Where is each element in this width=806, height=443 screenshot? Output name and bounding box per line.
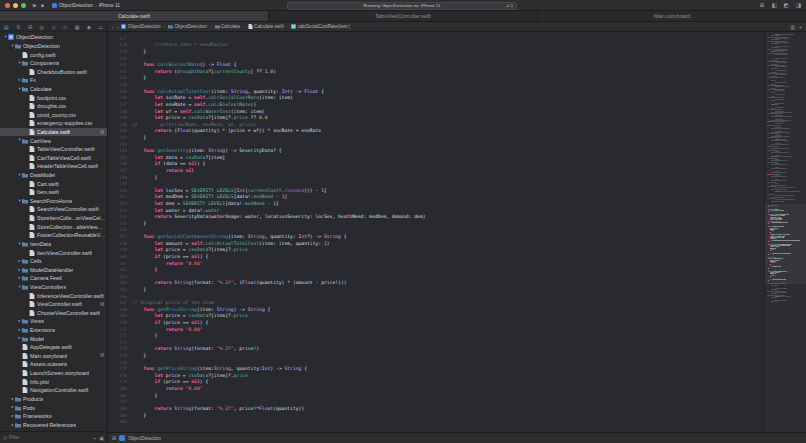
line-number-gutter[interactable]: 174 bbox=[108, 346, 132, 351]
code-line[interactable]: 167// Original price of the item bbox=[108, 299, 764, 306]
file-tree-row[interactable]: InferenceViewController.swift bbox=[0, 291, 107, 300]
file-tree-row[interactable]: ▸Views bbox=[0, 317, 107, 326]
debug-navigator-icon[interactable]: ▦ bbox=[75, 24, 80, 30]
code-text[interactable]: } bbox=[132, 221, 764, 226]
editor-tab[interactable]: TableViewController.swift bbox=[269, 11, 538, 21]
line-number-gutter[interactable]: 158 bbox=[108, 241, 132, 246]
file-tree-row[interactable]: ▾ObjectDetection bbox=[0, 33, 107, 42]
code-text[interactable]: } bbox=[132, 333, 764, 338]
line-number-gutter[interactable]: 140 bbox=[108, 122, 132, 127]
code-line[interactable]: 169 let price = csvData?[item]?.price bbox=[108, 313, 764, 320]
line-number-gutter[interactable]: 145 bbox=[108, 155, 132, 160]
code-text[interactable]: // Original price of the item bbox=[132, 300, 764, 305]
code-text[interactable]: if (data == nil) { bbox=[132, 161, 764, 166]
project-navigator-icon[interactable]: ▤ bbox=[4, 24, 9, 30]
line-number-gutter[interactable]: 151 bbox=[108, 194, 132, 199]
code-line[interactable]: 161 return "0.00" bbox=[108, 260, 764, 267]
line-number-gutter[interactable]: 179 bbox=[108, 379, 132, 384]
line-number-gutter[interactable]: 166 bbox=[108, 294, 132, 299]
file-tree-row[interactable]: ▸Fx bbox=[0, 76, 107, 85]
file-tree-row[interactable]: ChooseViewController.swift bbox=[0, 309, 107, 318]
code-line[interactable]: 184 } bbox=[108, 412, 764, 419]
code-line[interactable]: 180 return "0.00" bbox=[108, 385, 764, 392]
issue-navigator-icon[interactable]: ⚠ bbox=[51, 24, 55, 30]
code-text[interactable]: let dem = SEVERITY_LEVELS[data!.medNeed … bbox=[132, 201, 764, 206]
line-number-gutter[interactable]: 157 bbox=[108, 234, 132, 239]
file-tree-row[interactable]: ▸Frameworks bbox=[0, 412, 107, 421]
code-line[interactable]: 181 } bbox=[108, 392, 764, 399]
minimap[interactable] bbox=[764, 32, 806, 432]
line-number-gutter[interactable]: 148 bbox=[108, 175, 132, 180]
line-number-gutter[interactable]: 142 bbox=[108, 135, 132, 140]
code-line[interactable]: 157 func getSocialCostAmountString(item:… bbox=[108, 233, 764, 240]
file-tree-row[interactable]: Calculate.swiftM bbox=[0, 128, 107, 137]
code-line[interactable]: 168 func getPriceString(item: String) ->… bbox=[108, 306, 764, 313]
file-tree-row[interactable]: CheckboxButton.swift bbox=[0, 67, 107, 76]
code-text[interactable]: } bbox=[132, 287, 764, 292]
line-number-gutter[interactable]: 144 bbox=[108, 148, 132, 153]
line-number-gutter[interactable]: 177 bbox=[108, 366, 132, 371]
line-number-gutter[interactable]: 149 bbox=[108, 181, 132, 186]
line-number-gutter[interactable]: 170 bbox=[108, 320, 132, 325]
code-text[interactable]: func calcActualTotalCost(item: String, q… bbox=[132, 89, 764, 94]
code-line[interactable]: 142 } bbox=[108, 134, 764, 141]
code-line[interactable]: 153 let water = data!.water bbox=[108, 207, 764, 214]
file-tree-row[interactable]: covid_county.csv bbox=[0, 110, 107, 119]
symbol-navigator-icon[interactable]: ⊞ bbox=[28, 24, 32, 30]
line-number-gutter[interactable]: 154 bbox=[108, 214, 132, 219]
code-text[interactable]: // print(socRate, envRate, wf, price) bbox=[132, 122, 764, 127]
code-line[interactable]: 155 } bbox=[108, 220, 764, 227]
code-text[interactable]: } bbox=[132, 267, 764, 272]
file-tree-row[interactable]: config.swift bbox=[0, 50, 107, 59]
file-tree-row[interactable]: ▾SearchFromHome bbox=[0, 197, 107, 206]
line-number-gutter[interactable]: 141 bbox=[108, 128, 132, 133]
file-tree-row[interactable]: CartTableViewCell.swift bbox=[0, 154, 107, 163]
code-line[interactable]: 159 let price = csvData?[item]?.price bbox=[108, 247, 764, 254]
breadcrumb-item[interactable]: Calculate.swift bbox=[248, 24, 284, 29]
file-tree-row[interactable]: ▸Cells bbox=[0, 257, 107, 266]
code-text[interactable]: } bbox=[132, 175, 764, 180]
breakpoint-navigator-icon[interactable]: ◆ bbox=[87, 24, 91, 30]
code-text[interactable]: return "0.00" bbox=[132, 327, 764, 332]
filter-scope-icon[interactable]: ▣ bbox=[99, 435, 104, 441]
code-line[interactable]: 166 bbox=[108, 293, 764, 300]
editor-options-icon[interactable]: ▥ bbox=[790, 24, 795, 30]
code-text[interactable]: let medDem = SEVERITY_LEVELS[data!.medNe… bbox=[132, 194, 764, 199]
code-line[interactable]: 179 if (price == nil) { bbox=[108, 379, 764, 386]
back-button[interactable]: ‹ bbox=[112, 24, 114, 30]
line-number-gutter[interactable]: 152 bbox=[108, 201, 132, 206]
code-line[interactable]: 171 return "0.00" bbox=[108, 326, 764, 333]
code-line[interactable]: 174 return String(format: "%.2f", price!… bbox=[108, 346, 764, 353]
minimize-window-button[interactable] bbox=[13, 3, 18, 8]
code-line[interactable]: 176 bbox=[108, 359, 764, 366]
code-text[interactable]: let locSev = SEVERITY_LEVELS[Int(current… bbox=[132, 188, 764, 193]
file-tree-row[interactable]: foodprint.csv bbox=[0, 93, 107, 102]
line-number-gutter[interactable]: 129 bbox=[108, 49, 132, 54]
file-tree-row[interactable]: ▸Extensions bbox=[0, 326, 107, 335]
line-number-gutter[interactable]: 171 bbox=[108, 327, 132, 332]
line-number-gutter[interactable]: 162 bbox=[108, 267, 132, 272]
code-text[interactable]: return String(format: "%.2f", (Float(qua… bbox=[132, 280, 764, 285]
code-line[interactable]: 137 let envRate = self.calcEnvCostRate() bbox=[108, 101, 764, 108]
code-text[interactable]: if (price == nil) { bbox=[132, 320, 764, 325]
code-text[interactable]: let socRate = self.calcSocialCostRate(it… bbox=[132, 95, 764, 100]
file-tree-row[interactable]: LaunchScreen.storyboard bbox=[0, 369, 107, 378]
code-text[interactable]: return String(format: "%.2f", price!) bbox=[132, 346, 764, 351]
code-text[interactable]: //return rate * needFactor bbox=[132, 42, 764, 47]
code-text[interactable]: } bbox=[132, 393, 764, 398]
code-line[interactable]: 151 let medDem = SEVERITY_LEVELS[data!.m… bbox=[108, 194, 764, 201]
code-line[interactable]: 164 return String(format: "%.2f", (Float… bbox=[108, 280, 764, 287]
file-tree-row[interactable]: Main.storyboardM bbox=[0, 352, 107, 361]
line-number-gutter[interactable]: 147 bbox=[108, 168, 132, 173]
line-number-gutter[interactable]: 181 bbox=[108, 393, 132, 398]
code-line[interactable]: 145 let data = csvData?[item] bbox=[108, 154, 764, 161]
code-line[interactable]: 178 let price = csvData?[item]?.price bbox=[108, 372, 764, 379]
code-line[interactable]: 158 let amount = self.calcActualTotalCos… bbox=[108, 240, 764, 247]
line-number-gutter[interactable]: 184 bbox=[108, 413, 132, 418]
line-number-gutter[interactable]: 168 bbox=[108, 307, 132, 312]
line-number-gutter[interactable]: 146 bbox=[108, 161, 132, 166]
line-number-gutter[interactable]: 172 bbox=[108, 333, 132, 338]
breadcrumb-item[interactable]: ObjectDetection bbox=[121, 24, 160, 29]
file-tree-row[interactable]: ▾CartView bbox=[0, 136, 107, 145]
code-text[interactable]: return nil bbox=[132, 168, 764, 173]
